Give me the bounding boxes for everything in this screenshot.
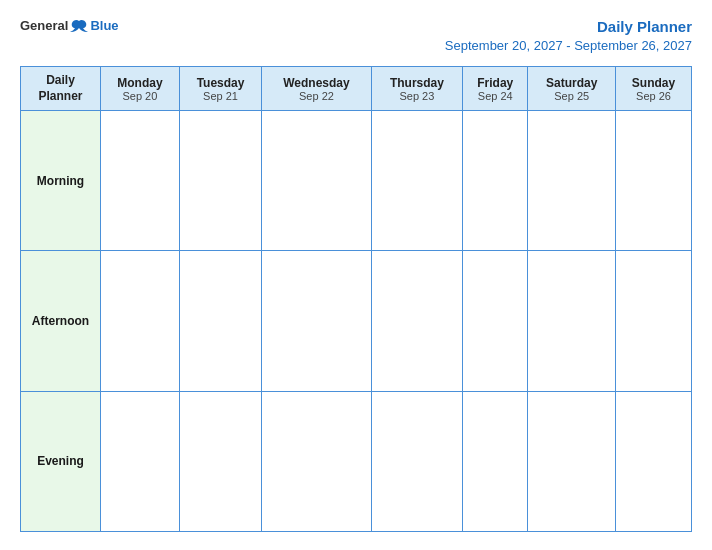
row-evening: Evening [21, 391, 692, 531]
cell-evening-sunday[interactable] [616, 391, 692, 531]
logo-general-text: General [20, 18, 68, 33]
title-area: Daily Planner September 20, 2027 - Septe… [445, 18, 692, 54]
table-header-row: Daily Planner Monday Sep 20 Tuesday Sep … [21, 67, 692, 111]
cell-evening-saturday[interactable] [528, 391, 616, 531]
cell-afternoon-thursday[interactable] [371, 251, 462, 391]
planner-table: Daily Planner Monday Sep 20 Tuesday Sep … [20, 66, 692, 532]
col-header-thursday: Thursday Sep 23 [371, 67, 462, 111]
header: General Blue Daily Planner September 20,… [20, 18, 692, 54]
cell-morning-monday[interactable] [101, 111, 180, 251]
col-header-monday: Monday Sep 20 [101, 67, 180, 111]
cell-evening-monday[interactable] [101, 391, 180, 531]
row-afternoon: Afternoon [21, 251, 692, 391]
page: General Blue Daily Planner September 20,… [0, 0, 712, 550]
cell-evening-tuesday[interactable] [179, 391, 261, 531]
logo-blue-text: Blue [90, 18, 118, 33]
col-header-wednesday: Wednesday Sep 22 [262, 67, 371, 111]
col-label-header: Daily Planner [21, 67, 101, 111]
row-morning: Morning [21, 111, 692, 251]
logo-bird-icon [70, 19, 88, 33]
cell-morning-friday[interactable] [463, 111, 528, 251]
planner-subtitle: September 20, 2027 - September 26, 2027 [445, 38, 692, 53]
col-header-friday: Friday Sep 24 [463, 67, 528, 111]
time-label-morning: Morning [21, 111, 101, 251]
cell-evening-thursday[interactable] [371, 391, 462, 531]
logo-text: General Blue [20, 18, 119, 33]
col-header-saturday: Saturday Sep 25 [528, 67, 616, 111]
time-label-afternoon: Afternoon [21, 251, 101, 391]
cell-morning-thursday[interactable] [371, 111, 462, 251]
cell-afternoon-friday[interactable] [463, 251, 528, 391]
col-header-sunday: Sunday Sep 26 [616, 67, 692, 111]
cell-afternoon-monday[interactable] [101, 251, 180, 391]
cell-morning-sunday[interactable] [616, 111, 692, 251]
cell-morning-wednesday[interactable] [262, 111, 371, 251]
col-header-tuesday: Tuesday Sep 21 [179, 67, 261, 111]
cell-afternoon-tuesday[interactable] [179, 251, 261, 391]
cell-afternoon-wednesday[interactable] [262, 251, 371, 391]
cell-morning-saturday[interactable] [528, 111, 616, 251]
logo-area: General Blue [20, 18, 119, 33]
cell-morning-tuesday[interactable] [179, 111, 261, 251]
cell-evening-wednesday[interactable] [262, 391, 371, 531]
time-label-evening: Evening [21, 391, 101, 531]
cell-afternoon-saturday[interactable] [528, 251, 616, 391]
cell-evening-friday[interactable] [463, 391, 528, 531]
planner-title: Daily Planner [597, 18, 692, 35]
cell-afternoon-sunday[interactable] [616, 251, 692, 391]
